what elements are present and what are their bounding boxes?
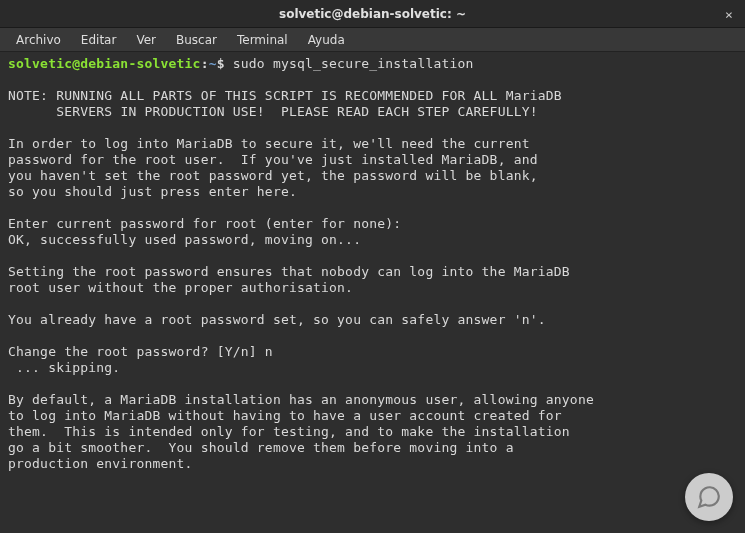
titlebar: solvetic@debian-solvetic: ~ × bbox=[0, 0, 745, 28]
output-line bbox=[8, 296, 737, 312]
menu-ver[interactable]: Ver bbox=[126, 30, 166, 50]
output-line: password for the root user. If you've ju… bbox=[8, 152, 737, 168]
output-line: root user without the proper authorisati… bbox=[8, 280, 737, 296]
output-line bbox=[8, 328, 737, 344]
output-line bbox=[8, 72, 737, 88]
chat-bubble-icon[interactable] bbox=[685, 473, 733, 521]
menu-ayuda[interactable]: Ayuda bbox=[298, 30, 355, 50]
menubar: Archivo Editar Ver Buscar Terminal Ayuda bbox=[0, 28, 745, 52]
window-title: solvetic@debian-solvetic: ~ bbox=[279, 7, 466, 21]
prompt-sep2: $ bbox=[217, 56, 225, 71]
output-line: Enter current password for root (enter f… bbox=[8, 216, 737, 232]
output-line: NOTE: RUNNING ALL PARTS OF THIS SCRIPT I… bbox=[8, 88, 737, 104]
output-line: Change the root password? [Y/n] n bbox=[8, 344, 737, 360]
prompt-sep1: : bbox=[201, 56, 209, 71]
output-line: go a bit smoother. You should remove the… bbox=[8, 440, 737, 456]
menu-archivo[interactable]: Archivo bbox=[6, 30, 71, 50]
output-line: Setting the root password ensures that n… bbox=[8, 264, 737, 280]
prompt-line: solvetic@debian-solvetic:~$ sudo mysql_s… bbox=[8, 56, 737, 72]
output-line: you haven't set the root password yet, t… bbox=[8, 168, 737, 184]
output-line: ... skipping. bbox=[8, 360, 737, 376]
output-line: By default, a MariaDB installation has a… bbox=[8, 392, 737, 408]
output-line: so you should just press enter here. bbox=[8, 184, 737, 200]
output-line: OK, successfully used password, moving o… bbox=[8, 232, 737, 248]
command: sudo mysql_secure_installation bbox=[233, 56, 474, 71]
menu-editar[interactable]: Editar bbox=[71, 30, 127, 50]
output-line bbox=[8, 248, 737, 264]
output-line: to log into MariaDB without having to ha… bbox=[8, 408, 737, 424]
prompt-user-host: solvetic@debian-solvetic bbox=[8, 56, 201, 71]
output-line: In order to log into MariaDB to secure i… bbox=[8, 136, 737, 152]
output-line bbox=[8, 200, 737, 216]
output-line bbox=[8, 120, 737, 136]
output-line: production environment. bbox=[8, 456, 737, 472]
output-line: You already have a root password set, so… bbox=[8, 312, 737, 328]
output-line: them. This is intended only for testing,… bbox=[8, 424, 737, 440]
menu-terminal[interactable]: Terminal bbox=[227, 30, 298, 50]
terminal-content[interactable]: solvetic@debian-solvetic:~$ sudo mysql_s… bbox=[0, 52, 745, 476]
close-icon[interactable]: × bbox=[721, 6, 737, 22]
output-line: SERVERS IN PRODUCTION USE! PLEASE READ E… bbox=[8, 104, 737, 120]
menu-buscar[interactable]: Buscar bbox=[166, 30, 227, 50]
output-line bbox=[8, 376, 737, 392]
prompt-path: ~ bbox=[209, 56, 217, 71]
